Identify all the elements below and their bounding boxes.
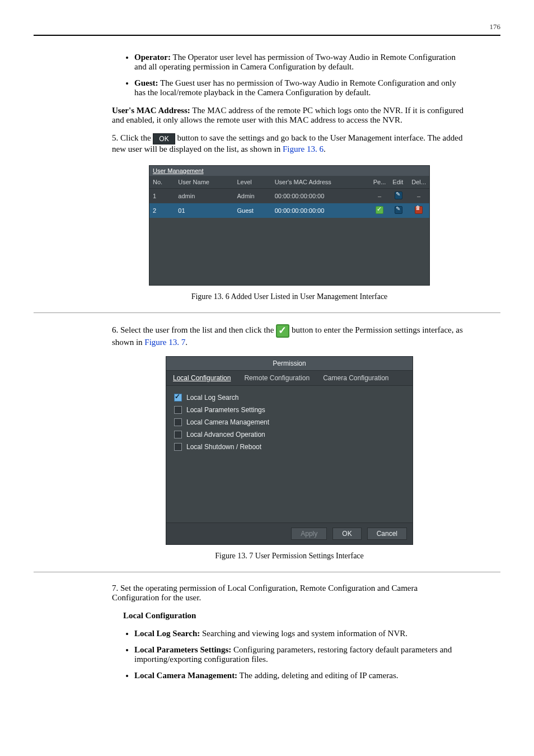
ok-button[interactable]: OK: [153, 133, 175, 144]
intro-operator: Operator: The Operator user level has pe…: [134, 53, 467, 72]
operator-text: The Operator user level has permission o…: [134, 53, 456, 71]
cell-name: 01: [175, 203, 233, 218]
cell-level: Admin: [233, 189, 271, 204]
section-rule-2: [34, 572, 500, 572]
guest-text: The Guest user has no permission of Two-…: [134, 78, 456, 97]
cancel-button[interactable]: Cancel: [367, 528, 407, 540]
perm-item[interactable]: Local Camera Management: [174, 416, 405, 428]
step5: 5. Click the OK button to save the setti…: [112, 133, 467, 154]
operator-label: Operator:: [134, 53, 171, 62]
table-row[interactable]: 1 admin Admin 00:00:00:00:00:00 – –: [149, 189, 429, 204]
step6-a: Select the user from the list and then c…: [120, 325, 274, 334]
step5-a: Click the: [120, 133, 153, 142]
edit-icon[interactable]: [395, 192, 402, 199]
figure-7-caption: Figure 13. 7 User Permission Settings In…: [112, 552, 467, 561]
lc-text: Searching and viewing logs and system in…: [200, 629, 407, 638]
um-col-mac: User's MAC Address: [271, 176, 370, 189]
dash-icon: –: [378, 193, 381, 199]
perm-item-label: Local Parameters Settings: [186, 406, 265, 414]
um-col-edit: Edit: [389, 176, 408, 189]
figure-6-caption: Figure 13. 6 Added User Listed in User M…: [112, 292, 467, 301]
permission-panel: Permission Local Configuration Remote Co…: [166, 356, 413, 545]
step6-c: .: [185, 338, 188, 347]
perm-item-label: Local Advanced Operation: [186, 431, 265, 438]
permission-button-icon[interactable]: [276, 324, 289, 338]
lc-label: Local Parameters Settings:: [134, 645, 231, 654]
tab-remote-configuration[interactable]: Remote Configuration: [237, 371, 316, 385]
step7-num: 7.: [112, 584, 120, 592]
perm-item[interactable]: Local Parameters Settings: [174, 404, 405, 416]
mac-paragraph: User's MAC Address: The MAC address of t…: [112, 106, 467, 125]
cell-level: Guest: [233, 203, 271, 218]
lc-label: Local Camera Management:: [134, 671, 237, 680]
cell-mac: 00:00:00:00:00:00: [271, 189, 370, 204]
cell-no: 1: [149, 189, 175, 204]
cell-mac: 00:00:00:00:00:00: [271, 203, 370, 218]
cell-no: 2: [149, 203, 175, 218]
perm-item-label: Local Shutdown / Reboot: [186, 443, 261, 451]
step6: 6. Select the user from the list and the…: [112, 324, 467, 347]
checkbox-icon[interactable]: [174, 431, 182, 438]
table-row[interactable]: 2 01 Guest 00:00:00:00:00:00: [149, 203, 429, 218]
um-col-level: Level: [233, 176, 271, 189]
perm-item[interactable]: Local Log Search: [174, 391, 405, 404]
ok-button[interactable]: OK: [332, 528, 361, 540]
um-header-row: No. User Name Level User's MAC Address P…: [149, 176, 429, 189]
permission-icon[interactable]: [376, 206, 383, 214]
lc-log-search: Local Log Search: Searching and viewing …: [134, 629, 467, 638]
local-config-list: Local Log Search: Searching and viewing …: [112, 629, 467, 680]
perm-title: Permission: [166, 357, 413, 371]
perm-tabs: Local Configuration Remote Configuration…: [166, 371, 413, 386]
um-col-name: User Name: [175, 176, 233, 189]
step5-num: 5.: [112, 133, 120, 142]
section-rule-1: [34, 312, 500, 313]
delete-icon[interactable]: [415, 206, 423, 214]
perm-body: Local Log Search Local Parameters Settin…: [166, 386, 413, 522]
apply-button[interactable]: Apply: [291, 528, 327, 540]
fig7-link[interactable]: Figure 13. 7: [144, 338, 185, 347]
lc-camera-mgmt: Local Camera Management: The adding, del…: [134, 671, 467, 680]
page-number: 176: [34, 22, 500, 31]
um-table: No. User Name Level User's MAC Address P…: [149, 176, 429, 218]
mac-label: User's MAC Address:: [112, 106, 190, 115]
perm-item-label: Local Log Search: [186, 394, 238, 402]
perm-item[interactable]: Local Advanced Operation: [174, 428, 405, 441]
perm-item[interactable]: Local Shutdown / Reboot: [174, 441, 405, 453]
step5-c: .: [324, 144, 326, 153]
tab-local-configuration[interactable]: Local Configuration: [166, 371, 237, 385]
tab-camera-configuration[interactable]: Camera Configuration: [316, 371, 395, 385]
lc-text: The adding, deleting and editing of IP c…: [237, 671, 398, 680]
um-col-no: No.: [149, 176, 175, 189]
intro-list: Operator: The Operator user level has pe…: [112, 53, 467, 97]
um-title: User Management: [149, 166, 429, 176]
checkbox-icon[interactable]: [174, 443, 182, 451]
um-blank-area: [149, 218, 429, 285]
fig6-link[interactable]: Figure 13. 6: [283, 144, 324, 153]
checkbox-icon[interactable]: [174, 418, 182, 426]
checkbox-icon[interactable]: [174, 406, 182, 414]
lc-param-settings: Local Parameters Settings: Configuring p…: [134, 645, 467, 664]
perm-footer: Apply OK Cancel: [166, 522, 413, 544]
dash-icon: –: [417, 193, 420, 199]
lc-label: Local Log Search:: [134, 629, 200, 638]
cell-name: admin: [175, 189, 233, 204]
step6-num: 6.: [112, 325, 120, 334]
step7-text: Set the operating permission of Local Co…: [112, 584, 418, 602]
intro-guest: Guest: The Guest user has no permission …: [134, 78, 467, 97]
perm-item-label: Local Camera Management: [186, 418, 269, 426]
edit-icon[interactable]: [395, 206, 402, 214]
header-rule: [34, 35, 500, 36]
checkbox-icon[interactable]: [174, 394, 182, 402]
um-col-pe: Pe...: [370, 176, 390, 189]
guest-label: Guest:: [134, 78, 158, 87]
um-col-del: Del...: [408, 176, 429, 189]
step7: 7. Set the operating permission of Local…: [112, 584, 467, 603]
local-config-heading: Local Configuration: [123, 611, 467, 620]
user-management-panel: User Management No. User Name Level User…: [149, 165, 430, 286]
